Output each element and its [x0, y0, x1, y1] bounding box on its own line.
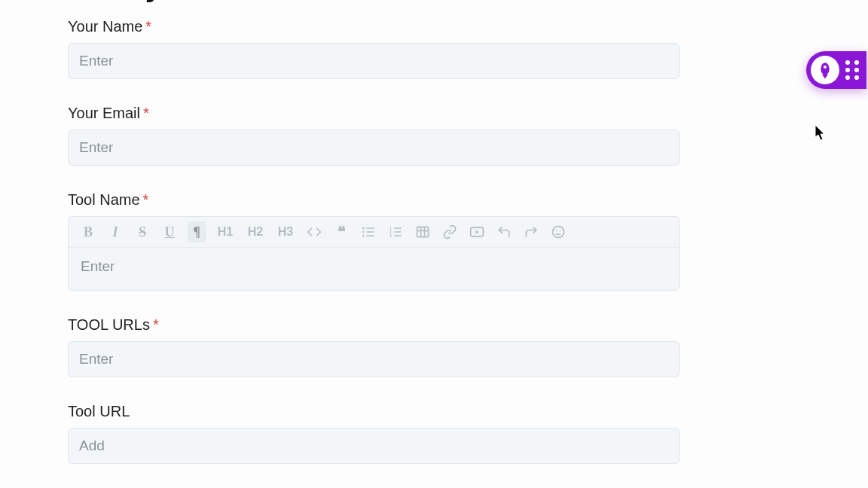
- field-tool-url: Tool URL: [68, 403, 680, 464]
- label-your-email: Your Email *: [68, 105, 680, 122]
- label-text: Your Email: [68, 105, 140, 122]
- required-marker: *: [143, 105, 149, 122]
- label-tool-name: Tool Name *: [68, 191, 680, 209]
- label-text: Your Name: [68, 18, 142, 35]
- svg-marker-17: [475, 230, 478, 234]
- rte-tool-name: B I S U ¶ H1 H2 H3 ❝ 123: [68, 216, 680, 291]
- svg-marker-23: [815, 125, 824, 140]
- field-your-email: Your Email *: [68, 105, 680, 166]
- bold-button[interactable]: B: [79, 221, 97, 242]
- label-tool-urls: TOOL URLs *: [68, 316, 680, 334]
- svg-point-18: [553, 227, 564, 238]
- svg-point-5: [362, 235, 365, 237]
- svg-point-4: [362, 231, 365, 233]
- quote-button[interactable]: ❝: [332, 221, 350, 242]
- label-tool-url: Tool URL: [68, 403, 680, 420]
- assistant-widget-icon: [811, 56, 839, 84]
- input-your-name[interactable]: [68, 43, 680, 79]
- undo-button[interactable]: [495, 221, 513, 242]
- rte-input-tool-name[interactable]: Enter: [69, 248, 679, 290]
- rte-toolbar: B I S U ¶ H1 H2 H3 ❝ 123: [69, 217, 679, 248]
- svg-point-21: [821, 63, 829, 75]
- link-button[interactable]: [441, 221, 459, 242]
- italic-button[interactable]: I: [106, 221, 124, 242]
- input-your-email[interactable]: [68, 130, 680, 166]
- emoji-button[interactable]: [549, 221, 567, 242]
- svg-point-19: [556, 230, 558, 232]
- svg-text:3: 3: [390, 233, 392, 238]
- label-text: Tool URL: [68, 403, 130, 420]
- assistant-widget[interactable]: [806, 51, 866, 89]
- field-your-name: Your Name *: [68, 18, 680, 79]
- redo-button[interactable]: [522, 221, 540, 242]
- svg-rect-12: [417, 227, 429, 236]
- code-button[interactable]: [305, 221, 323, 242]
- h3-button[interactable]: H3: [275, 221, 296, 242]
- paragraph-button[interactable]: ¶: [188, 221, 206, 242]
- field-tool-urls: TOOL URLs *: [68, 316, 680, 377]
- mouse-cursor-icon: [815, 125, 827, 142]
- widget-grip-icon: [845, 60, 863, 80]
- label-text: Tool Name: [68, 191, 140, 209]
- table-button[interactable]: [414, 221, 432, 242]
- required-marker: *: [145, 18, 151, 35]
- form-title: AIMojo Tool Submit form: [68, 0, 451, 3]
- required-marker: *: [153, 316, 159, 334]
- underline-button[interactable]: U: [160, 221, 179, 242]
- input-tool-url[interactable]: [68, 428, 680, 464]
- h1-button[interactable]: H1: [215, 221, 236, 242]
- svg-point-20: [560, 230, 561, 232]
- label-your-name: Your Name *: [68, 18, 680, 35]
- video-button[interactable]: [468, 221, 486, 242]
- required-marker: *: [143, 191, 149, 209]
- label-text: TOOL URLs: [68, 316, 150, 334]
- field-tool-name: Tool Name * B I S U ¶ H1 H2 H3 ❝: [68, 191, 680, 291]
- svg-point-22: [824, 66, 827, 69]
- h2-button[interactable]: H2: [245, 221, 266, 242]
- bullet-list-button[interactable]: [359, 221, 377, 242]
- ordered-list-button[interactable]: 123: [387, 221, 405, 242]
- input-tool-urls[interactable]: [68, 341, 680, 377]
- svg-point-3: [362, 227, 365, 230]
- strikethrough-button[interactable]: S: [133, 221, 151, 242]
